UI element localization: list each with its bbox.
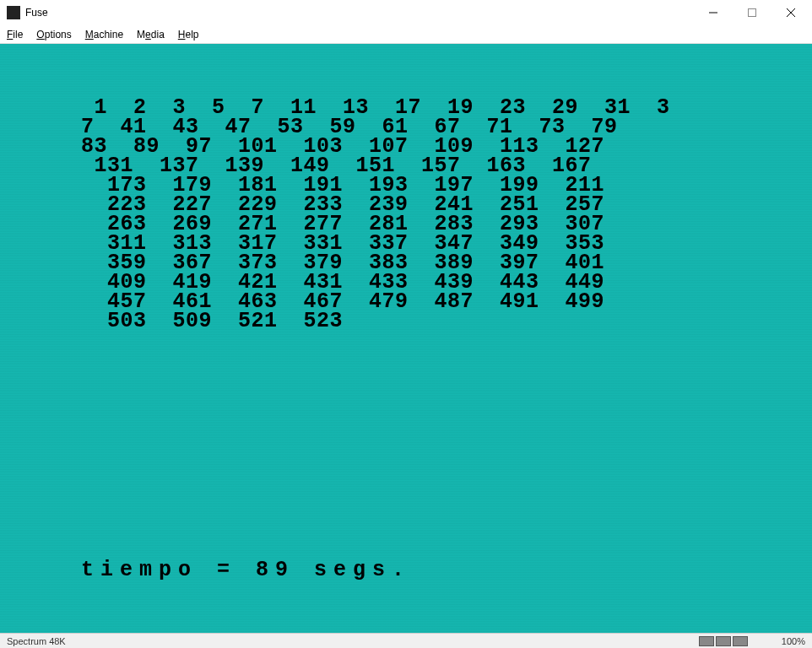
status-icons [699,636,748,646]
window-title: Fuse [25,7,694,19]
maximize-button[interactable] [733,0,771,25]
app-icon [7,6,20,19]
status-speed: 100% [782,636,805,646]
timing-output: tiempo = 89 segs. [81,558,411,582]
minimize-icon [709,8,717,17]
close-button[interactable] [771,0,810,25]
menu-help[interactable]: Help [178,29,199,40]
status-machine: Spectrum 48K [7,636,699,646]
minimize-button[interactable] [694,0,733,25]
svg-rect-0 [749,9,756,17]
emulator-screen: 1 2 3 5 7 11 13 17 19 23 29 31 3 7 41 43… [0,44,812,633]
window-controls [694,0,810,25]
maximize-icon [748,8,756,17]
menu-media[interactable]: Media [137,29,165,40]
status-bar: Spectrum 48K 100% [0,633,812,648]
prime-output: 1 2 3 5 7 11 13 17 19 23 29 31 3 7 41 43… [81,98,812,331]
menu-machine[interactable]: Machine [85,29,123,40]
tape-icon [716,636,731,646]
menu-bar: File Options Machine Media Help [0,25,812,44]
menu-options[interactable]: Options [36,29,71,40]
disk-icon [699,636,714,646]
menu-file[interactable]: File [7,29,23,40]
close-icon [787,8,795,17]
mic-icon [733,636,748,646]
window-titlebar: Fuse [0,0,812,25]
